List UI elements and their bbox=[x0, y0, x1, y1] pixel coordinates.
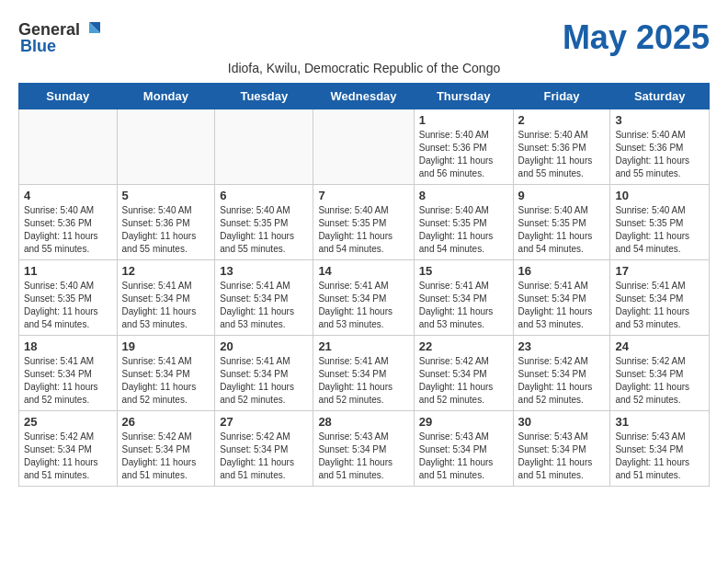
cal-cell-12: 12Sunrise: 5:41 AM Sunset: 5:34 PM Dayli… bbox=[117, 260, 215, 336]
day-number: 8 bbox=[419, 189, 508, 202]
cal-cell-2: 2Sunrise: 5:40 AM Sunset: 5:36 PM Daylig… bbox=[513, 109, 610, 185]
cal-cell-28: 28Sunrise: 5:43 AM Sunset: 5:34 PM Dayli… bbox=[313, 411, 414, 487]
cal-cell-27: 27Sunrise: 5:42 AM Sunset: 5:34 PM Dayli… bbox=[215, 411, 313, 487]
cell-info: Sunrise: 5:42 AM Sunset: 5:34 PM Dayligh… bbox=[220, 431, 308, 482]
cal-cell-19: 19Sunrise: 5:41 AM Sunset: 5:34 PM Dayli… bbox=[117, 336, 215, 411]
day-number: 9 bbox=[518, 189, 606, 202]
day-number: 5 bbox=[122, 189, 210, 202]
cell-info: Sunrise: 5:40 AM Sunset: 5:36 PM Dayligh… bbox=[518, 129, 606, 180]
cell-info: Sunrise: 5:40 AM Sunset: 5:35 PM Dayligh… bbox=[220, 204, 308, 256]
subtitle: Idiofa, Kwilu, Democratic Republic of th… bbox=[18, 61, 710, 75]
cell-info: Sunrise: 5:41 AM Sunset: 5:34 PM Dayligh… bbox=[122, 280, 210, 331]
cal-cell-26: 26Sunrise: 5:42 AM Sunset: 5:34 PM Dayli… bbox=[117, 411, 215, 487]
cell-info: Sunrise: 5:40 AM Sunset: 5:35 PM Dayligh… bbox=[518, 204, 606, 256]
cal-cell-23: 23Sunrise: 5:42 AM Sunset: 5:34 PM Dayli… bbox=[513, 336, 610, 411]
cell-info: Sunrise: 5:41 AM Sunset: 5:34 PM Dayligh… bbox=[615, 280, 704, 331]
logo-icon bbox=[82, 18, 104, 40]
cal-cell-empty-0-3 bbox=[313, 109, 414, 185]
cell-info: Sunrise: 5:42 AM Sunset: 5:34 PM Dayligh… bbox=[24, 431, 112, 482]
cal-cell-13: 13Sunrise: 5:41 AM Sunset: 5:34 PM Dayli… bbox=[215, 260, 313, 336]
day-number: 16 bbox=[518, 264, 606, 278]
cal-cell-31: 31Sunrise: 5:43 AM Sunset: 5:34 PM Dayli… bbox=[610, 411, 710, 487]
cell-info: Sunrise: 5:42 AM Sunset: 5:34 PM Dayligh… bbox=[615, 355, 704, 407]
cal-cell-30: 30Sunrise: 5:43 AM Sunset: 5:34 PM Dayli… bbox=[513, 411, 610, 487]
cal-cell-1: 1Sunrise: 5:40 AM Sunset: 5:36 PM Daylig… bbox=[414, 109, 513, 185]
cell-info: Sunrise: 5:40 AM Sunset: 5:35 PM Dayligh… bbox=[24, 280, 112, 331]
day-header-monday: Monday bbox=[117, 84, 215, 109]
cal-cell-18: 18Sunrise: 5:41 AM Sunset: 5:34 PM Dayli… bbox=[19, 336, 118, 411]
cell-info: Sunrise: 5:40 AM Sunset: 5:35 PM Dayligh… bbox=[419, 204, 508, 256]
day-number: 20 bbox=[220, 339, 308, 353]
calendar-table: SundayMondayTuesdayWednesdayThursdayFrid… bbox=[18, 83, 710, 487]
day-number: 15 bbox=[419, 264, 508, 278]
day-header-wednesday: Wednesday bbox=[313, 84, 414, 109]
cell-info: Sunrise: 5:41 AM Sunset: 5:34 PM Dayligh… bbox=[318, 355, 408, 407]
cal-cell-16: 16Sunrise: 5:41 AM Sunset: 5:34 PM Dayli… bbox=[513, 260, 610, 336]
day-number: 1 bbox=[419, 113, 508, 127]
cell-info: Sunrise: 5:41 AM Sunset: 5:34 PM Dayligh… bbox=[318, 280, 408, 331]
cal-cell-empty-0-1 bbox=[117, 109, 215, 185]
week-row-1: 4Sunrise: 5:40 AM Sunset: 5:36 PM Daylig… bbox=[19, 185, 710, 260]
cell-info: Sunrise: 5:40 AM Sunset: 5:36 PM Dayligh… bbox=[122, 204, 210, 256]
day-number: 11 bbox=[24, 264, 112, 278]
cal-cell-24: 24Sunrise: 5:42 AM Sunset: 5:34 PM Dayli… bbox=[610, 336, 710, 411]
day-number: 21 bbox=[318, 339, 408, 353]
day-header-row: SundayMondayTuesdayWednesdayThursdayFrid… bbox=[19, 84, 710, 109]
day-number: 4 bbox=[24, 189, 112, 202]
cell-info: Sunrise: 5:42 AM Sunset: 5:34 PM Dayligh… bbox=[419, 355, 508, 407]
day-number: 22 bbox=[419, 339, 508, 353]
day-number: 2 bbox=[518, 113, 606, 127]
day-header-friday: Friday bbox=[513, 84, 610, 109]
cell-info: Sunrise: 5:43 AM Sunset: 5:34 PM Dayligh… bbox=[518, 431, 606, 482]
page-header: General Blue May 2025 bbox=[18, 18, 710, 57]
day-header-thursday: Thursday bbox=[414, 84, 513, 109]
cell-info: Sunrise: 5:41 AM Sunset: 5:34 PM Dayligh… bbox=[24, 355, 112, 407]
month-title: May 2025 bbox=[563, 18, 710, 57]
cal-cell-14: 14Sunrise: 5:41 AM Sunset: 5:34 PM Dayli… bbox=[313, 260, 414, 336]
week-row-4: 25Sunrise: 5:42 AM Sunset: 5:34 PM Dayli… bbox=[19, 411, 710, 487]
day-number: 24 bbox=[615, 339, 704, 353]
day-number: 30 bbox=[518, 415, 606, 429]
day-number: 10 bbox=[615, 189, 704, 202]
day-number: 25 bbox=[24, 415, 112, 429]
day-number: 28 bbox=[318, 415, 408, 429]
day-number: 27 bbox=[220, 415, 308, 429]
cal-cell-15: 15Sunrise: 5:41 AM Sunset: 5:34 PM Dayli… bbox=[414, 260, 513, 336]
cell-info: Sunrise: 5:41 AM Sunset: 5:34 PM Dayligh… bbox=[122, 355, 210, 407]
cal-cell-25: 25Sunrise: 5:42 AM Sunset: 5:34 PM Dayli… bbox=[19, 411, 118, 487]
cell-info: Sunrise: 5:41 AM Sunset: 5:34 PM Dayligh… bbox=[419, 280, 508, 331]
day-number: 29 bbox=[419, 415, 508, 429]
day-number: 14 bbox=[318, 264, 408, 278]
day-number: 13 bbox=[220, 264, 308, 278]
cell-info: Sunrise: 5:43 AM Sunset: 5:34 PM Dayligh… bbox=[419, 431, 508, 482]
cell-info: Sunrise: 5:40 AM Sunset: 5:36 PM Dayligh… bbox=[419, 129, 508, 180]
cal-cell-17: 17Sunrise: 5:41 AM Sunset: 5:34 PM Dayli… bbox=[610, 260, 710, 336]
cal-cell-4: 4Sunrise: 5:40 AM Sunset: 5:36 PM Daylig… bbox=[19, 185, 118, 260]
cal-cell-11: 11Sunrise: 5:40 AM Sunset: 5:35 PM Dayli… bbox=[19, 260, 118, 336]
day-number: 31 bbox=[615, 415, 704, 429]
cal-cell-9: 9Sunrise: 5:40 AM Sunset: 5:35 PM Daylig… bbox=[513, 185, 610, 260]
cell-info: Sunrise: 5:43 AM Sunset: 5:34 PM Dayligh… bbox=[615, 431, 704, 482]
logo-blue-text: Blue bbox=[20, 37, 56, 56]
day-header-tuesday: Tuesday bbox=[215, 84, 313, 109]
cell-info: Sunrise: 5:40 AM Sunset: 5:36 PM Dayligh… bbox=[24, 204, 112, 256]
logo: General Blue bbox=[18, 18, 104, 56]
cell-info: Sunrise: 5:40 AM Sunset: 5:35 PM Dayligh… bbox=[615, 204, 704, 256]
day-number: 26 bbox=[122, 415, 210, 429]
cal-cell-10: 10Sunrise: 5:40 AM Sunset: 5:35 PM Dayli… bbox=[610, 185, 710, 260]
cal-cell-21: 21Sunrise: 5:41 AM Sunset: 5:34 PM Dayli… bbox=[313, 336, 414, 411]
cal-cell-20: 20Sunrise: 5:41 AM Sunset: 5:34 PM Dayli… bbox=[215, 336, 313, 411]
cell-info: Sunrise: 5:42 AM Sunset: 5:34 PM Dayligh… bbox=[518, 355, 606, 407]
day-header-saturday: Saturday bbox=[610, 84, 710, 109]
day-header-sunday: Sunday bbox=[19, 84, 118, 109]
week-row-3: 18Sunrise: 5:41 AM Sunset: 5:34 PM Dayli… bbox=[19, 336, 710, 411]
cal-cell-29: 29Sunrise: 5:43 AM Sunset: 5:34 PM Dayli… bbox=[414, 411, 513, 487]
day-number: 12 bbox=[122, 264, 210, 278]
cal-cell-6: 6Sunrise: 5:40 AM Sunset: 5:35 PM Daylig… bbox=[215, 185, 313, 260]
cell-info: Sunrise: 5:43 AM Sunset: 5:34 PM Dayligh… bbox=[318, 431, 408, 482]
cal-cell-8: 8Sunrise: 5:40 AM Sunset: 5:35 PM Daylig… bbox=[414, 185, 513, 260]
cell-info: Sunrise: 5:42 AM Sunset: 5:34 PM Dayligh… bbox=[122, 431, 210, 482]
cal-cell-7: 7Sunrise: 5:40 AM Sunset: 5:35 PM Daylig… bbox=[313, 185, 414, 260]
cal-cell-3: 3Sunrise: 5:40 AM Sunset: 5:36 PM Daylig… bbox=[610, 109, 710, 185]
cell-info: Sunrise: 5:40 AM Sunset: 5:35 PM Dayligh… bbox=[318, 204, 408, 256]
